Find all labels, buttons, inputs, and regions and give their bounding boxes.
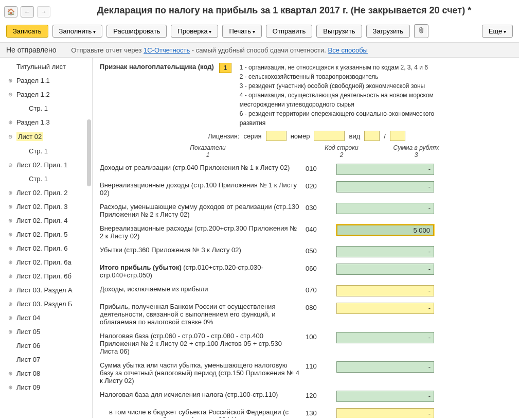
check-button[interactable]: Проверка <box>171 25 218 38</box>
nav-item-1[interactable]: ⊕Раздел 1.1 <box>0 74 92 87</box>
scrollbar-thumb[interactable] <box>87 119 91 186</box>
home-icon[interactable]: 🏠 <box>4 6 17 18</box>
expand-icon[interactable]: ⊕ <box>8 315 13 321</box>
nav-label: Раздел 1.1 <box>16 77 50 84</box>
link-all-ways[interactable]: Все способы <box>328 46 368 54</box>
value-input-030[interactable] <box>336 203 434 214</box>
row-desc: Внереализационные расходы (стр.200+стр.3… <box>100 224 306 240</box>
fill-button[interactable]: Заполнить <box>52 25 103 38</box>
forward-icon: → <box>37 6 50 18</box>
expand-icon[interactable]: ⊕ <box>8 259 13 265</box>
code-legend: 1 - организация, не относящаяся к указан… <box>240 63 435 128</box>
link-1c[interactable]: 1С-Отчетность <box>144 46 190 54</box>
expand-icon[interactable]: ⊕ <box>8 190 13 196</box>
expand-icon[interactable]: ⊕ <box>8 78 13 83</box>
row-code: 010 <box>306 164 336 172</box>
row-desc: в том числе в бюджет субъекта Российской… <box>100 408 306 418</box>
nav-item-23[interactable]: ⊕Лист 09 <box>0 380 92 394</box>
expand-icon[interactable]: ⊕ <box>8 384 13 390</box>
nav-item-21[interactable]: Лист 07 <box>0 353 92 366</box>
nav-item-0[interactable]: Титульный лист <box>0 60 92 74</box>
nav-item-14[interactable]: ⊕Лист 02. Прил. 6а <box>0 255 92 269</box>
value-input-110[interactable] <box>336 361 434 373</box>
taxpayer-code-input[interactable]: 1 <box>219 63 231 73</box>
nav-tree[interactable]: Титульный лист⊕Раздел 1.1⊖Раздел 1.2Стр.… <box>0 58 93 418</box>
nav-label: Лист 02 <box>16 132 43 141</box>
print-button[interactable]: Печать <box>222 25 261 38</box>
nav-item-13[interactable]: ⊕Лист 02. Прил. 6 <box>0 241 92 255</box>
form-row-010: Доходы от реализации (стр.040 Приложения… <box>100 164 512 175</box>
expand-icon[interactable]: ⊕ <box>8 232 13 237</box>
attach-icon[interactable] <box>414 24 428 38</box>
value-input-130[interactable] <box>336 408 434 418</box>
decrypt-button[interactable]: Расшифровать <box>106 25 167 38</box>
nav-label: Лист 07 <box>16 356 40 363</box>
more-button[interactable]: Еще <box>482 25 513 38</box>
form-row-050: Убытки (стр.360 Приложения № 3 к Листу 0… <box>100 246 512 257</box>
row-code: 110 <box>306 361 336 370</box>
nav-item-17[interactable]: ⊕Лист 03. Раздел Б <box>0 297 92 311</box>
expand-icon[interactable]: ⊕ <box>8 119 13 125</box>
nav-label: Лист 09 <box>16 383 40 391</box>
nav-item-15[interactable]: ⊕Лист 02. Прил. 6б <box>0 269 92 283</box>
value-input-120[interactable] <box>336 391 434 402</box>
nav-item-19[interactable]: ⊕Лист 05 <box>0 325 92 339</box>
nav-label: Титульный лист <box>16 63 66 71</box>
back-icon[interactable]: ← <box>21 6 34 18</box>
value-input-040[interactable]: 5 000 <box>336 224 434 236</box>
nav-label: Раздел 1.3 <box>16 118 50 126</box>
license-series-input[interactable] <box>266 131 287 141</box>
nav-item-16[interactable]: ⊕Лист 03. Раздел А <box>0 283 92 297</box>
nav-label: Лист 02. Прил. 6 <box>16 244 67 252</box>
nav-item-10[interactable]: ⊕Лист 02. Прил. 3 <box>0 200 92 214</box>
write-button[interactable]: Записать <box>6 25 48 38</box>
nav-item-18[interactable]: ⊕Лист 04 <box>0 311 92 325</box>
nav-item-20[interactable]: Лист 06 <box>0 339 92 353</box>
load-button[interactable]: Загрузить <box>366 25 410 38</box>
license-sub-input[interactable] <box>390 131 405 141</box>
value-input-020[interactable] <box>336 181 434 192</box>
nav-label: Лист 03. Раздел А <box>16 286 73 294</box>
expand-icon[interactable]: ⊕ <box>8 218 13 223</box>
row-code: 050 <box>306 246 336 255</box>
nav-item-7[interactable]: ⊖Лист 02. Прил. 1 <box>0 158 92 172</box>
row-desc: Внереализационные доходы (стр.100 Прилож… <box>100 181 306 197</box>
send-button[interactable]: Отправить <box>266 25 312 38</box>
unload-button[interactable]: Выгрузить <box>316 25 362 38</box>
nav-label: Лист 04 <box>16 314 40 322</box>
nav-item-22[interactable]: ⊕Лист 08 <box>0 366 92 380</box>
expand-icon[interactable]: ⊕ <box>8 246 13 251</box>
expand-icon[interactable]: ⊖ <box>8 134 13 139</box>
expand-icon[interactable]: ⊕ <box>8 371 13 376</box>
value-input-010[interactable] <box>336 164 434 175</box>
expand-icon[interactable]: ⊕ <box>8 287 13 293</box>
nav-item-3[interactable]: Стр. 1 <box>0 101 92 115</box>
nav-item-11[interactable]: ⊕Лист 02. Прил. 4 <box>0 214 92 227</box>
expand-icon[interactable]: ⊖ <box>8 162 13 168</box>
expand-icon[interactable]: ⊕ <box>8 329 13 335</box>
nav-item-9[interactable]: ⊕Лист 02. Прил. 2 <box>0 186 92 200</box>
nav-item-12[interactable]: ⊕Лист 02. Прил. 5 <box>0 227 92 241</box>
nav-item-8[interactable]: Стр. 1 <box>0 172 92 186</box>
expand-icon[interactable]: ⊕ <box>8 204 13 209</box>
row-code: 120 <box>306 391 336 399</box>
row-desc: Налоговая база для исчисления налога (ст… <box>100 391 306 398</box>
expand-icon[interactable]: ⊕ <box>8 301 13 307</box>
row-code: 070 <box>306 285 336 294</box>
value-input-070[interactable] <box>336 285 434 296</box>
nav-item-2[interactable]: ⊖Раздел 1.2 <box>0 87 92 101</box>
nav-item-6[interactable]: Стр. 1 <box>0 144 92 158</box>
nav-item-4[interactable]: ⊕Раздел 1.3 <box>0 115 92 129</box>
value-input-080[interactable] <box>336 303 434 314</box>
nav-label: Лист 02. Прил. 5 <box>16 231 67 238</box>
value-input-060[interactable] <box>336 264 434 275</box>
value-input-050[interactable] <box>336 246 434 257</box>
nav-item-5[interactable]: ⊖Лист 02 <box>0 129 92 144</box>
license-number-input[interactable] <box>314 131 345 141</box>
value-input-100[interactable] <box>336 332 434 343</box>
expand-icon[interactable]: ⊕ <box>8 273 13 279</box>
nav-label: Лист 02. Прил. 3 <box>16 203 67 211</box>
form-row-020: Внереализационные доходы (стр.100 Прилож… <box>100 181 512 197</box>
expand-icon[interactable]: ⊖ <box>8 92 13 97</box>
license-kind-input[interactable] <box>364 131 380 141</box>
